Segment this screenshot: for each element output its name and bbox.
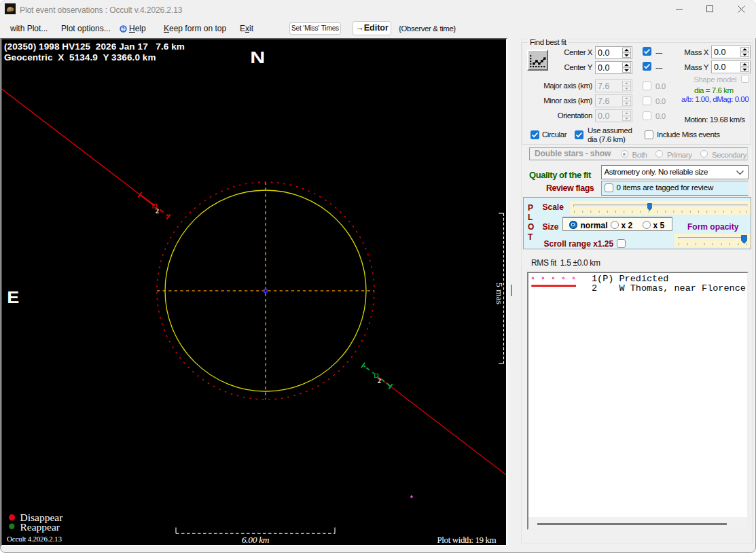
svg-text:(20350) 1998 HV125 2026 Jan 1: (20350) 1998 HV125 2026 Jan 17 7.6 km <box>4 41 185 52</box>
svg-text:Occult 4.2026.2.13: Occult 4.2026.2.13 <box>7 535 62 543</box>
svg-text:Geocentric X 5134.9 Y 3366.: Geocentric X 5134.9 Y 3366.0 km <box>4 52 156 63</box>
svg-text:2: 2 <box>156 207 159 215</box>
svg-text:Plot width: 19 km: Plot width: 19 km <box>437 535 497 545</box>
svg-text:5 mas: 5 mas <box>494 283 505 304</box>
svg-text:E: E <box>7 288 19 306</box>
svg-text:6.00 km: 6.00 km <box>242 535 270 545</box>
svg-text:Reappear: Reappear <box>20 521 60 533</box>
svg-text:N: N <box>250 48 265 67</box>
svg-text:2: 2 <box>378 377 381 385</box>
svg-text:?: ? <box>122 26 125 32</box>
